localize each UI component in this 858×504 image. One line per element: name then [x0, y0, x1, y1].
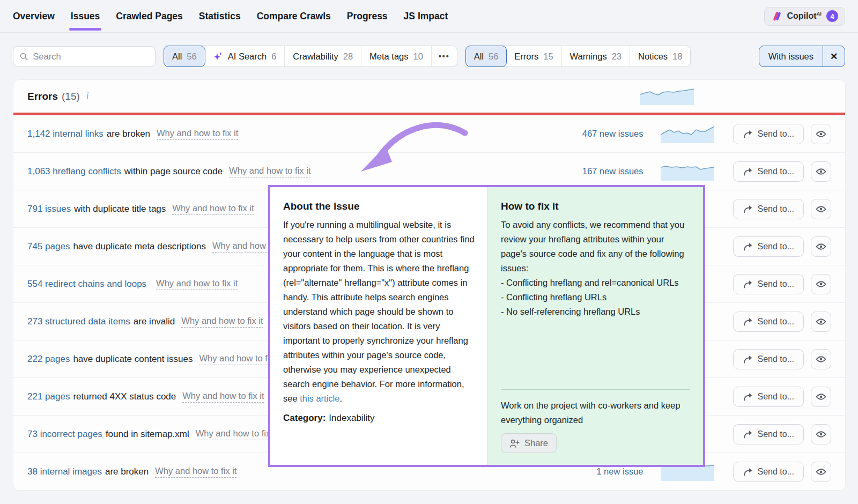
- why-how-to-fix-link[interactable]: Why and how to fix it: [156, 278, 238, 290]
- hide-issue-button[interactable]: [811, 424, 831, 444]
- why-how-to-fix-link[interactable]: Why and how to fix it: [196, 428, 277, 440]
- about-body: If you're running a multilingual website…: [283, 218, 475, 406]
- copilot-logo-icon: [771, 11, 782, 21]
- issue-count-link[interactable]: 1,063 hreflang conflicts: [27, 166, 121, 177]
- issue-count-link[interactable]: 554 redirect chains and loops: [27, 279, 146, 290]
- tab-compare-crawls[interactable]: Compare Crawls: [257, 0, 331, 32]
- filter-notices[interactable]: Notices18: [630, 46, 690, 66]
- copilot-button[interactable]: CopilotAI 4: [764, 7, 845, 26]
- eye-icon: [816, 280, 826, 288]
- new-issues-link[interactable]: 167 new issues: [582, 166, 644, 176]
- hide-issue-button[interactable]: [811, 236, 831, 257]
- fix-title: How to fix it: [501, 201, 690, 212]
- fix-bullet: - Conflicting hreflang and rel=canonical…: [501, 276, 690, 290]
- with-issues-label[interactable]: With issues: [759, 46, 823, 66]
- send-arrow-icon: [743, 355, 752, 364]
- send-to-button[interactable]: Send to...: [733, 387, 804, 407]
- about-title: About the issue: [283, 201, 475, 212]
- about-the-issue-panel: About the issue If you're running a mult…: [270, 187, 487, 465]
- issue-count-link[interactable]: 221 pages: [27, 391, 70, 402]
- eye-icon: [816, 355, 826, 363]
- eye-icon: [816, 130, 826, 138]
- how-to-fix-panel: How to fix it To avoid any conflicts, we…: [487, 187, 703, 465]
- send-arrow-icon: [743, 392, 752, 401]
- send-to-button[interactable]: Send to...: [733, 236, 804, 257]
- info-icon[interactable]: i: [86, 91, 89, 102]
- filter-warnings[interactable]: Warnings23: [562, 46, 630, 66]
- category-label: Category:: [283, 413, 326, 423]
- add-user-icon: [509, 439, 520, 448]
- send-to-button[interactable]: Send to...: [733, 462, 804, 482]
- hide-issue-button[interactable]: [811, 161, 831, 182]
- hide-issue-button[interactable]: [811, 387, 831, 407]
- more-filters-button[interactable]: •••: [432, 46, 457, 66]
- filter-crawlability[interactable]: Crawlability28: [285, 46, 361, 66]
- this-article-link[interactable]: this article: [300, 394, 339, 403]
- hide-issue-button[interactable]: [811, 124, 831, 144]
- tab-statistics[interactable]: Statistics: [199, 0, 241, 32]
- issue-count-link[interactable]: 73 incorrect pages: [27, 429, 102, 440]
- copilot-label: CopilotAI: [787, 11, 822, 21]
- issue-count-link[interactable]: 745 pages: [27, 241, 70, 252]
- send-to-button[interactable]: Send to...: [733, 161, 804, 182]
- filter-all-categories[interactable]: All56: [164, 46, 205, 67]
- new-issues-link[interactable]: 1 new issue: [596, 466, 643, 477]
- hide-issue-button[interactable]: [811, 274, 831, 294]
- send-to-button[interactable]: Send to...: [733, 274, 804, 294]
- eye-icon: [816, 168, 826, 175]
- send-arrow-icon: [743, 205, 752, 213]
- send-to-button[interactable]: Send to...: [733, 312, 804, 332]
- filter-meta-tags[interactable]: Meta tags10: [361, 46, 432, 66]
- issue-count-link[interactable]: 38 internal images: [27, 466, 102, 477]
- hide-issue-button[interactable]: [811, 312, 831, 332]
- send-to-button[interactable]: Send to...: [733, 424, 804, 444]
- divider: [501, 389, 690, 390]
- issue-description: returned 4XX status code: [73, 391, 176, 402]
- issue-count-link[interactable]: 791 issues: [27, 204, 71, 214]
- why-how-to-fix-link[interactable]: Why and how to fix it: [182, 391, 264, 403]
- send-to-button[interactable]: Send to...: [733, 349, 804, 369]
- search-box[interactable]: [13, 46, 156, 66]
- with-issues-filter-chip: With issues ✕: [759, 46, 845, 67]
- tab-crawled-pages[interactable]: Crawled Pages: [116, 0, 183, 32]
- why-how-to-fix-link[interactable]: Why and how to fix it: [172, 203, 254, 215]
- issue-sparkline: [661, 125, 714, 143]
- fix-intro: To avoid any conflicts, we recommend tha…: [501, 218, 690, 276]
- issue-sparkline: [661, 162, 714, 181]
- send-arrow-icon: [743, 242, 752, 251]
- share-button[interactable]: Share: [501, 433, 557, 453]
- hide-issue-button[interactable]: [811, 462, 831, 482]
- hide-issue-button[interactable]: [811, 199, 831, 219]
- why-how-to-fix-link[interactable]: Why and how to fix it: [229, 166, 310, 177]
- new-issues-link[interactable]: 467 new issues: [582, 129, 644, 139]
- issue-row-internal-links: 1,142 internal links are broken Why and …: [13, 115, 845, 153]
- copilot-count-badge: 4: [826, 10, 838, 22]
- filter-ai-search[interactable]: AI Search6: [205, 46, 285, 66]
- send-to-button[interactable]: Send to...: [733, 124, 804, 144]
- send-arrow-icon: [743, 317, 752, 326]
- issue-count-link[interactable]: 273 structured data items: [27, 316, 130, 327]
- tab-progress[interactable]: Progress: [347, 0, 388, 32]
- why-how-to-fix-link[interactable]: Why and how to fix it: [155, 466, 236, 478]
- send-arrow-icon: [743, 430, 752, 439]
- issue-count-link[interactable]: 222 pages: [27, 354, 70, 365]
- issue-description: are invalid: [134, 316, 175, 327]
- why-how-to-fix-link[interactable]: Why and how to fix it: [157, 128, 238, 140]
- close-icon[interactable]: ✕: [823, 46, 845, 66]
- filter-errors[interactable]: Errors15: [506, 46, 561, 66]
- issue-description: have duplicate meta descriptions: [73, 241, 206, 252]
- errors-card-header: Errors (15) i: [13, 80, 845, 113]
- eye-icon: [816, 205, 826, 213]
- tab-overview[interactable]: Overview: [13, 0, 55, 32]
- why-how-to-fix-link[interactable]: Why and how to fix it: [181, 316, 263, 328]
- search-input[interactable]: [33, 51, 149, 62]
- issue-count-link[interactable]: 1,142 internal links: [27, 129, 103, 139]
- issue-description: found in sitemap.xml: [106, 429, 189, 440]
- send-to-button[interactable]: Send to...: [733, 199, 804, 219]
- hide-issue-button[interactable]: [811, 349, 831, 369]
- eye-icon: [816, 318, 826, 325]
- tab-issues[interactable]: Issues: [71, 0, 100, 32]
- tab-js-impact[interactable]: JS Impact: [404, 0, 448, 32]
- share-note: Work on the project with co-workers and …: [501, 398, 690, 427]
- filter-all-severity[interactable]: All56: [465, 46, 507, 67]
